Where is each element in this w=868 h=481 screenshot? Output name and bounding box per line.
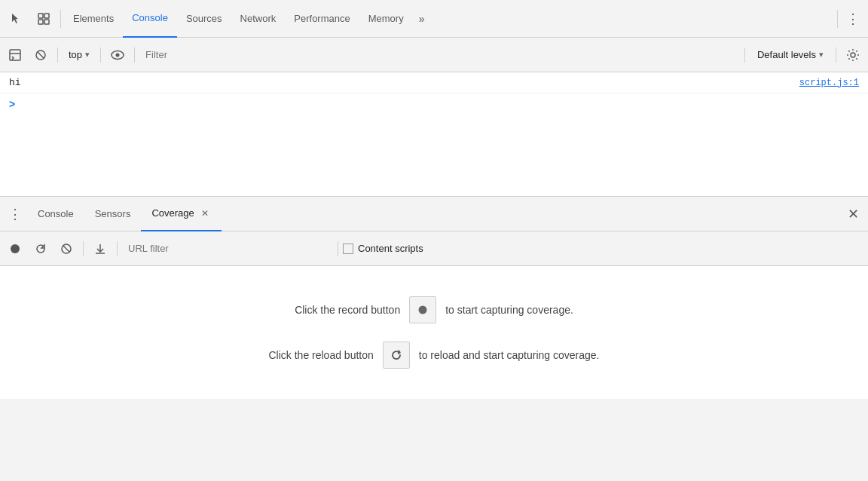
svg-line-13: [63, 246, 69, 252]
svg-point-10: [851, 53, 855, 57]
hint1-post-text: to start capturing coverage.: [445, 304, 573, 316]
hint2-post-text: to reload and start capturing coverage.: [419, 349, 600, 361]
svg-rect-3: [44, 20, 49, 24]
console-prompt-line[interactable]: >: [0, 93, 868, 115]
context-arrow: ▾: [85, 50, 90, 60]
bottom-tab-dots[interactable]: ⋮: [3, 202, 27, 226]
svg-line-7: [38, 51, 44, 58]
filter-input[interactable]: [139, 49, 740, 60]
console-log-line: hi script.js:1: [0, 72, 868, 93]
inspect-icon[interactable]: [30, 5, 57, 32]
console-sep-5: [836, 47, 836, 63]
console-toolbar: top ▾ Default levels ▾: [0, 38, 868, 72]
svg-rect-0: [38, 14, 43, 18]
toolbar-separator: [60, 10, 61, 28]
coverage-download-button[interactable]: [88, 237, 112, 261]
console-sep-2: [100, 47, 101, 63]
hint2-pre-text: Click the reload button: [268, 349, 373, 361]
clear-console-icon[interactable]: [29, 43, 53, 67]
tab-elements[interactable]: Elements: [64, 0, 123, 38]
coverage-toolbar: Content scripts: [0, 231, 868, 266]
context-selector[interactable]: top ▾: [63, 46, 96, 63]
coverage-reload-button[interactable]: [29, 237, 53, 261]
bottom-tab-coverage[interactable]: Coverage ✕: [141, 197, 221, 231]
console-log-source[interactable]: script.js:1: [799, 78, 859, 88]
svg-rect-1: [38, 20, 43, 24]
default-levels-button[interactable]: Default levels ▾: [750, 46, 831, 63]
cov-sep-1: [83, 241, 84, 256]
cursor-icon[interactable]: [3, 5, 30, 32]
svg-rect-4: [10, 50, 20, 60]
hint1-pre-text: Click the record button: [295, 304, 400, 316]
top-toolbar: Elements Console Sources Network Perform…: [0, 0, 868, 38]
url-filter-input[interactable]: [122, 243, 333, 254]
console-log-text: hi: [9, 77, 21, 88]
settings-icon[interactable]: [841, 43, 865, 67]
eye-icon[interactable]: [105, 43, 130, 67]
hint-reload-row: Click the reload button to reload and st…: [268, 342, 599, 369]
console-sep-4: [744, 47, 745, 63]
close-bottom-panel-button[interactable]: ✕: [841, 202, 865, 226]
tab-network[interactable]: Network: [231, 0, 286, 38]
bottom-tabs-bar: ⋮ Console Sensors Coverage ✕ ✕: [0, 197, 868, 231]
prompt-symbol: >: [9, 98, 15, 110]
svg-rect-2: [44, 14, 49, 18]
hint-record-button: [409, 296, 436, 323]
hint-record-row: Click the record button to start capturi…: [295, 296, 573, 323]
hint-reload-button: [383, 342, 410, 369]
tab-performance[interactable]: Performance: [285, 0, 359, 38]
console-sep-3: [134, 47, 135, 63]
tab-sources[interactable]: Sources: [177, 0, 231, 38]
bottom-tab-console[interactable]: Console: [27, 197, 84, 231]
coverage-content: Click the record button to start capturi…: [0, 266, 868, 399]
expand-console-icon[interactable]: [3, 43, 27, 67]
close-coverage-tab[interactable]: ✕: [199, 207, 211, 219]
cov-sep-3: [338, 241, 338, 256]
toolbar-separator-right: [837, 10, 838, 28]
console-content: hi script.js:1 >: [0, 72, 868, 197]
bottom-tab-sensors[interactable]: Sensors: [84, 197, 142, 231]
cov-sep-2: [117, 241, 118, 256]
content-scripts-checkbox[interactable]: [343, 244, 353, 254]
svg-point-9: [116, 53, 120, 57]
svg-point-16: [419, 306, 427, 314]
levels-arrow: ▾: [819, 50, 824, 60]
more-tabs-button[interactable]: »: [413, 13, 431, 25]
coverage-record-button[interactable]: [3, 237, 27, 261]
tab-memory[interactable]: Memory: [359, 0, 413, 38]
svg-point-11: [11, 244, 20, 253]
coverage-clear-button[interactable]: [54, 237, 78, 261]
content-scripts-label[interactable]: Content scripts: [343, 243, 423, 254]
console-sep-1: [57, 47, 58, 63]
tab-console[interactable]: Console: [123, 0, 177, 38]
menu-dots-button[interactable]: ⋮: [841, 7, 865, 31]
